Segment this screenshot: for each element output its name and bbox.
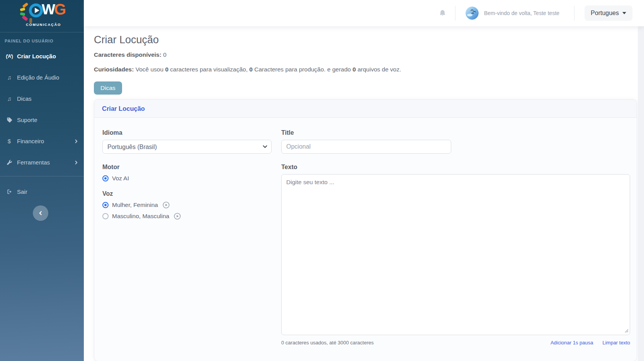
sidebar-item-criar-locucao[interactable]: ('A') Criar Locução bbox=[0, 46, 84, 67]
logout-icon bbox=[5, 189, 14, 195]
voice-a-icon: ('A') bbox=[5, 54, 14, 59]
available-characters-line: Caracteres disponíveis: 0 bbox=[94, 51, 644, 58]
sidebar-collapse-button[interactable] bbox=[33, 205, 48, 221]
language-label: Idioma bbox=[102, 129, 272, 136]
play-preview-icon[interactable] bbox=[174, 213, 181, 220]
language-select[interactable]: Português (Brasil) bbox=[102, 140, 272, 154]
radio-male-voice[interactable] bbox=[102, 213, 109, 219]
user-chip[interactable]: Bem-vindo de volta, Teste teste bbox=[466, 7, 574, 20]
voice-option-male: Masculino, Masculina bbox=[102, 213, 272, 220]
welcome-text: Bem-vindo de volta, Teste teste bbox=[484, 10, 559, 16]
text-footer: 0 caracteres usados, até 3000 caracteres… bbox=[281, 340, 630, 346]
tag-icon bbox=[5, 117, 14, 123]
sidebar: W G COMUNICAÇÃO PAINEL DO USUÁRIO ('A') … bbox=[0, 0, 84, 361]
notifications-bell-icon[interactable] bbox=[438, 9, 447, 17]
sidebar-item-suporte[interactable]: Suporte bbox=[0, 109, 84, 131]
curiosities-text: arquivos de voz. bbox=[356, 66, 401, 73]
dollar-icon: $ bbox=[5, 138, 14, 144]
language-field: Idioma Português (Brasil) bbox=[102, 129, 272, 154]
sidebar-divider bbox=[0, 32, 84, 32]
language-label: Portugues bbox=[591, 10, 619, 17]
page-content: Criar Locução Caracteres disponíveis: 0 … bbox=[84, 26, 644, 361]
header-divider bbox=[574, 6, 574, 20]
create-voiceover-card: Criar Locução Idioma Português (Brasil) bbox=[94, 99, 637, 361]
curiosities-value: 0 bbox=[165, 66, 168, 73]
radio-label: Masculino, Masculina bbox=[112, 213, 169, 220]
sidebar-item-label: Sair bbox=[17, 188, 27, 195]
sidebar-item-edicao-de-audio[interactable]: ♫ Edição de Áudio bbox=[0, 67, 84, 88]
logo-dash bbox=[20, 8, 25, 12]
sidebar-item-dicas[interactable]: ♫ Dicas bbox=[0, 88, 84, 109]
logo-subtitle: COMUNICAÇÃO bbox=[26, 22, 84, 27]
logo-letter-w: W bbox=[42, 2, 54, 18]
logo-dash bbox=[22, 2, 28, 8]
sidebar-item-sair[interactable]: Sair bbox=[0, 181, 84, 202]
sidebar-item-label: Suporte bbox=[17, 117, 37, 123]
curiosities-value: 0 bbox=[249, 66, 253, 73]
title-label: Title bbox=[281, 129, 630, 136]
radio-label: Voz AI bbox=[112, 175, 129, 182]
sidebar-divider bbox=[0, 176, 84, 176]
sidebar-item-label: Dicas bbox=[17, 95, 32, 102]
card-title: Criar Locução bbox=[102, 105, 145, 112]
sidebar-item-label: Edição de Áudio bbox=[17, 74, 59, 81]
radio-label: Mulher, Feminina bbox=[112, 202, 158, 208]
logo-dash bbox=[22, 15, 28, 21]
title-input[interactable] bbox=[281, 140, 451, 154]
curiosities-value: 0 bbox=[352, 66, 356, 73]
logo-art: W G bbox=[5, 2, 70, 22]
header-divider bbox=[455, 6, 455, 20]
character-counter: 0 caracteres usados, até 3000 caracteres bbox=[281, 340, 374, 346]
card-body: Idioma Português (Brasil) Title bbox=[94, 118, 637, 361]
voice-option-female: Mulher, Feminina bbox=[102, 202, 272, 208]
text-field: Texto 0 caracteres usados, até 3000 cara… bbox=[281, 164, 630, 346]
curiosities-text: Você usou bbox=[134, 66, 165, 73]
sidebar-item-ferramentas[interactable]: Ferramentas bbox=[0, 152, 84, 173]
available-characters-label: Caracteres disponíveis: bbox=[94, 51, 161, 58]
curiosities-text: caracteres para visualização, bbox=[168, 66, 249, 73]
logo-letter-g: G bbox=[54, 1, 66, 18]
music-note-icon: ♫ bbox=[5, 74, 14, 81]
clear-text-link[interactable]: Limpar texto bbox=[602, 340, 630, 346]
chevron-left-icon bbox=[38, 210, 43, 216]
voice-field: Voz Mulher, Feminina Masculino, Masculin… bbox=[102, 190, 272, 220]
main-area: Bem-vindo de volta, Teste teste Portugue… bbox=[84, 0, 644, 361]
engine-and-voice-fields: Motor Voz AI Voz Mulher, Feminina bbox=[102, 154, 272, 346]
sidebar-item-financeiro[interactable]: $ Financeiro bbox=[0, 131, 84, 152]
app-logo: W G COMUNICAÇÃO bbox=[0, 0, 84, 30]
curiosities-line: Curiosidades: Você usou 0 caracteres par… bbox=[94, 66, 644, 73]
tips-button[interactable]: Dicas bbox=[94, 81, 122, 95]
logo-play-icon bbox=[29, 3, 43, 17]
logo-dash bbox=[29, 18, 32, 23]
language-dropdown-button[interactable]: Portugues bbox=[585, 5, 632, 21]
radio-voz-ai[interactable] bbox=[102, 175, 109, 181]
wrench-icon bbox=[5, 159, 14, 165]
engine-label: Motor bbox=[102, 164, 272, 171]
page-title: Criar Locução bbox=[94, 34, 644, 46]
chevron-right-icon bbox=[74, 139, 78, 144]
card-header: Criar Locução bbox=[94, 100, 637, 118]
top-header: Bem-vindo de volta, Teste teste Portugue… bbox=[84, 0, 644, 26]
text-label: Texto bbox=[281, 164, 630, 171]
sidebar-item-label: Ferramentas bbox=[17, 159, 50, 166]
engine-field: Motor Voz AI bbox=[102, 164, 272, 182]
scrollbar-track[interactable] bbox=[638, 26, 644, 361]
text-textarea[interactable] bbox=[281, 174, 630, 335]
play-preview-icon[interactable] bbox=[163, 202, 170, 208]
caret-down-icon bbox=[622, 12, 626, 14]
sidebar-nav: ('A') Criar Locução ♫ Edição de Áudio ♫ … bbox=[0, 46, 84, 202]
add-pause-link[interactable]: Adicionar 1s pausa bbox=[551, 340, 593, 346]
logo-dash bbox=[20, 12, 25, 16]
avatar bbox=[466, 7, 479, 20]
voice-label: Voz bbox=[102, 190, 272, 197]
radio-female-voice[interactable] bbox=[102, 202, 109, 208]
engine-option-voz-ai: Voz AI bbox=[102, 175, 272, 182]
chevron-right-icon bbox=[74, 160, 78, 165]
sidebar-section-label: PAINEL DO USUÁRIO bbox=[5, 39, 84, 43]
sidebar-item-label: Financeiro bbox=[17, 138, 44, 144]
curiosities-text: Caracteres para produção. e gerado bbox=[253, 66, 353, 73]
available-characters-value: 0 bbox=[163, 51, 167, 58]
title-field: Title bbox=[281, 129, 630, 154]
sidebar-item-label: Criar Locução bbox=[17, 53, 56, 59]
curiosities-label: Curiosidades: bbox=[94, 66, 134, 73]
